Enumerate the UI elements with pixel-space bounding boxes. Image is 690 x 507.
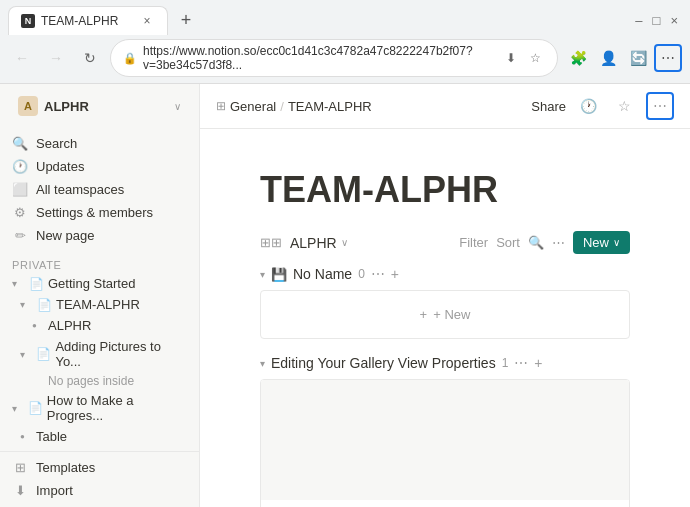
tree-table-label: Table — [36, 429, 67, 444]
url-bookmark-icon[interactable]: ☆ — [525, 48, 545, 68]
reload-button[interactable]: ↻ — [76, 44, 104, 72]
page-icon: 📄 — [36, 347, 52, 361]
gallery-card-content: 📄 Editing Your Gallery View Properties ? — [261, 500, 629, 507]
tree-item-table[interactable]: ● Table — [0, 426, 199, 447]
database-name[interactable]: ALPHR ∨ — [290, 235, 348, 251]
database-actions: Filter Sort 🔍 ⋯ New ∨ — [459, 231, 630, 254]
history-button[interactable]: 🕐 — [574, 92, 602, 120]
tree-item-progress[interactable]: ▾ 📄 How to Make a Progres... — [0, 390, 199, 426]
page-icon: 📄 — [36, 298, 52, 312]
database-header: ⊞⊞ ALPHR ∨ Filter Sort 🔍 ⋯ New ∨ — [260, 231, 630, 254]
new-page-icon: ✏ — [12, 228, 28, 243]
tree-bullet-icon: ● — [20, 432, 32, 441]
db-more-button[interactable]: ⋯ — [552, 235, 565, 250]
browser-more-button[interactable]: ⋯ — [654, 44, 682, 72]
sidebar-import-label: Import — [36, 483, 73, 498]
section-count-badge: 0 — [358, 267, 365, 281]
section-add-icon[interactable]: + — [391, 266, 399, 282]
updates-icon: 🕐 — [12, 159, 28, 174]
topbar-actions: Share 🕐 ☆ ⋯ — [531, 92, 674, 120]
tree-item-adding-pictures[interactable]: ▾ 📄 Adding Pictures to Yo... — [0, 336, 199, 372]
teamspaces-icon: ⬜ — [12, 182, 28, 197]
bookmark-button[interactable]: ☆ — [610, 92, 638, 120]
new-record-button[interactable]: New ∨ — [573, 231, 630, 254]
share-button[interactable]: Share — [531, 99, 566, 114]
page-content: TEAM-ALPHR ⊞⊞ ALPHR ∨ Filter Sort 🔍 ⋯ Ne… — [200, 129, 690, 507]
tree-bullet-icon: ● — [32, 321, 44, 330]
sidebar-updates-label: Updates — [36, 159, 84, 174]
workspace-avatar: A — [18, 96, 38, 116]
workspace-chevron-icon: ∨ — [174, 101, 181, 112]
breadcrumb-icon: ⊞ — [216, 99, 226, 113]
sidebar-item-import[interactable]: ⬇ Import — [0, 479, 199, 502]
more-options-button[interactable]: ⋯ — [646, 92, 674, 120]
tree-chevron-icon: ▾ — [12, 403, 23, 414]
new-card-icon: + — [420, 307, 428, 322]
new-card-button[interactable]: + + New — [277, 307, 613, 322]
sidebar-item-settings[interactable]: ⚙ Settings & members — [0, 201, 199, 224]
sidebar-item-new-page[interactable]: ✏ New page — [0, 224, 199, 247]
tree-item-team-alphr[interactable]: ▾ 📄 TEAM-ALPHR — [0, 294, 199, 315]
tab-favicon-letter: N — [25, 16, 32, 26]
forward-button[interactable]: → — [42, 44, 70, 72]
breadcrumb-separator: / — [280, 99, 284, 114]
profile-button[interactable]: 👤 — [594, 44, 622, 72]
sidebar-item-search[interactable]: 🔍 Search — [0, 132, 199, 155]
section-more-icon[interactable]: ⋯ — [371, 266, 385, 282]
sidebar-new-page-label: New page — [36, 228, 95, 243]
section-editing-label: Editing Your Gallery View Properties — [271, 355, 496, 371]
sidebar-item-teamspaces[interactable]: ⬜ All teamspaces — [0, 178, 199, 201]
new-tab-button[interactable]: + — [172, 7, 200, 35]
section-editing-gallery: ▾ Editing Your Gallery View Properties 1… — [260, 355, 630, 507]
sidebar-item-templates[interactable]: ⊞ Templates — [0, 456, 199, 479]
url-actions: ⬇ ☆ — [501, 48, 545, 68]
notion-topbar: ⊞ General / TEAM-ALPHR Share 🕐 ☆ ⋯ — [200, 84, 690, 129]
breadcrumb-parent[interactable]: General — [230, 99, 276, 114]
tab-favicon: N — [21, 14, 35, 28]
sidebar-item-updates[interactable]: 🕐 Updates — [0, 155, 199, 178]
filter-button[interactable]: Filter — [459, 235, 488, 250]
gallery-grid: 📄 Editing Your Gallery View Properties ? — [260, 379, 630, 507]
private-section-label: Private — [0, 251, 199, 273]
breadcrumb: ⊞ General / TEAM-ALPHR — [216, 99, 523, 114]
page-title: TEAM-ALPHR — [260, 169, 630, 211]
tree-alphr-label: ALPHR — [48, 318, 91, 333]
section-header-editing: ▾ Editing Your Gallery View Properties 1… — [260, 355, 630, 371]
browser-actions: 🧩 👤 🔄 ⋯ — [564, 44, 682, 72]
browser-update-button[interactable]: 🔄 — [624, 44, 652, 72]
close-button[interactable]: × — [666, 11, 682, 30]
tree-chevron-icon: ▾ — [20, 349, 32, 360]
tree-item-alphr[interactable]: ● ALPHR — [0, 315, 199, 336]
url-download-icon[interactable]: ⬇ — [501, 48, 521, 68]
active-tab[interactable]: N TEAM-ALPHR × — [8, 6, 168, 35]
url-bar[interactable]: 🔒 https://www.notion.so/ecc0c1d41c3c4782… — [110, 39, 558, 77]
tree-progress-label: How to Make a Progres... — [47, 393, 187, 423]
gallery-card[interactable]: 📄 Editing Your Gallery View Properties ? — [261, 380, 629, 507]
sidebar-header: A ALPHR ∨ — [0, 84, 199, 128]
sort-button[interactable]: Sort — [496, 235, 520, 250]
db-search-button[interactable]: 🔍 — [528, 235, 544, 250]
new-card-label: + New — [433, 307, 470, 322]
settings-icon: ⚙ — [12, 205, 28, 220]
back-button[interactable]: ← — [8, 44, 36, 72]
sidebar-teamspaces-label: All teamspaces — [36, 182, 124, 197]
extensions-button[interactable]: 🧩 — [564, 44, 592, 72]
tree-chevron-icon: ▾ — [20, 299, 32, 310]
sidebar: A ALPHR ∨ 🔍 Search 🕐 Updates ⬜ All teams… — [0, 84, 200, 507]
templates-icon: ⊞ — [12, 460, 28, 475]
tree-chevron-icon: ▾ — [12, 278, 24, 289]
section-add-icon[interactable]: + — [534, 355, 542, 371]
section-collapse-icon[interactable]: ▾ — [260, 269, 265, 280]
browser-chrome: N TEAM-ALPHR × + – □ × ← → ↻ 🔒 https://w… — [0, 0, 690, 84]
workspace-avatar-letter: A — [24, 100, 32, 112]
section-more-icon[interactable]: ⋯ — [514, 355, 528, 371]
tab-close-button[interactable]: × — [139, 13, 155, 29]
section-collapse-icon[interactable]: ▾ — [260, 358, 265, 369]
sidebar-item-trash[interactable]: 🗑 Trash — [0, 502, 199, 507]
minimize-button[interactable]: – — [631, 11, 646, 30]
maximize-button[interactable]: □ — [649, 11, 665, 30]
tree-no-pages-label: No pages inside — [0, 372, 199, 390]
workspace-switcher[interactable]: A ALPHR ∨ — [12, 92, 187, 120]
tree-item-getting-started[interactable]: ▾ 📄 Getting Started — [0, 273, 199, 294]
address-bar: ← → ↻ 🔒 https://www.notion.so/ecc0c1d41c… — [0, 35, 690, 83]
